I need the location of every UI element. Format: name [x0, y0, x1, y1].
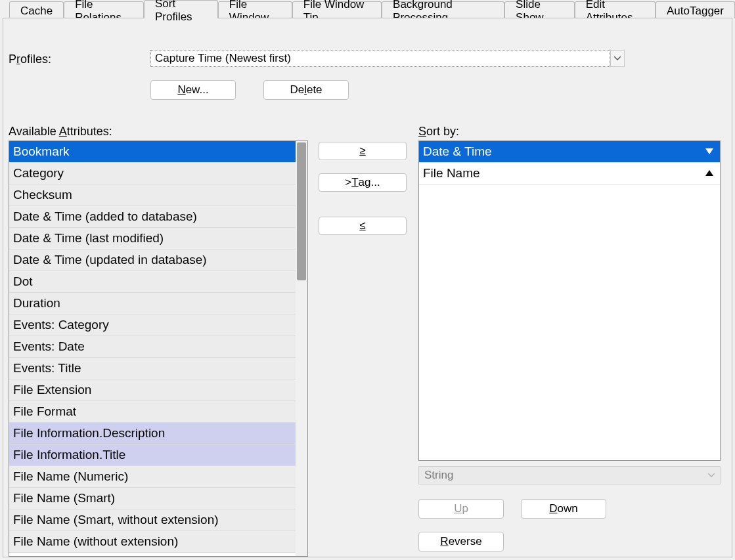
profile-select[interactable]: Capture Time (Newest first) — [150, 50, 610, 67]
profiles-label: Profiles: — [9, 53, 51, 66]
sort-by-list[interactable]: Date & TimeFile Name — [418, 140, 721, 461]
available-attributes-label: Available Attributes: — [9, 125, 112, 139]
list-item[interactable]: Date & Time — [419, 141, 720, 163]
tab-sort-profiles[interactable]: Sort Profiles — [144, 0, 218, 18]
list-item[interactable]: File Name (Smart) — [9, 488, 307, 509]
list-item[interactable]: File Information.Title — [9, 444, 307, 466]
list-item[interactable]: File Name (Smart, without extension) — [9, 509, 307, 531]
tab-autotagger[interactable]: AutoTagger — [656, 1, 735, 18]
down-button[interactable]: Down — [521, 499, 606, 519]
tab-file-window[interactable]: File Window — [218, 1, 292, 18]
list-item[interactable]: File Information.Description — [9, 423, 307, 444]
tab-file-window-tip[interactable]: File Window Tip — [292, 1, 382, 18]
list-item[interactable]: Date & Time (updated in database) — [9, 249, 307, 271]
reverse-button[interactable]: Reverse — [418, 532, 504, 551]
tab-bar: CacheFile RelationsSort ProfilesFile Win… — [0, 0, 735, 18]
list-item[interactable]: File Name (Numeric) — [9, 466, 307, 488]
list-item[interactable]: File Format — [9, 401, 307, 423]
tab-background-processing[interactable]: Background Processing — [382, 1, 504, 18]
type-value: String — [424, 469, 453, 482]
tab-edit-attributes[interactable]: Edit Attributes — [575, 1, 656, 18]
scrollbar[interactable] — [296, 141, 307, 556]
list-item[interactable]: Events: Category — [9, 314, 307, 336]
scrollbar-thumb[interactable] — [297, 142, 306, 280]
move-left-button[interactable]: ≤ — [319, 217, 407, 235]
triangle-down-icon — [705, 148, 713, 155]
panel-body: Profiles: Capture Time (Newest first) Ne… — [3, 18, 732, 557]
available-attributes-list[interactable]: BookmarkCategoryChecksumDate & Time (add… — [9, 140, 308, 557]
tab-cache[interactable]: Cache — [9, 1, 64, 18]
triangle-up-icon — [705, 170, 713, 177]
delete-button[interactable]: Delete — [263, 80, 349, 100]
list-item[interactable]: Category — [9, 163, 307, 184]
tag-button[interactable]: > Tag... — [319, 173, 407, 192]
list-item[interactable]: Bookmark — [9, 141, 307, 163]
move-right-button[interactable]: ≥ — [319, 142, 407, 160]
list-item[interactable]: Date & Time (last modified) — [9, 228, 307, 249]
list-item[interactable]: Events: Date — [9, 336, 307, 358]
tab-file-relations[interactable]: File Relations — [64, 1, 144, 18]
list-item[interactable]: Checksum — [9, 184, 307, 206]
type-select[interactable]: String — [418, 466, 721, 485]
list-item[interactable]: File Name — [419, 163, 720, 184]
list-item[interactable]: File Extension — [9, 379, 307, 401]
sort-by-label: Sort by: — [418, 125, 459, 139]
list-item[interactable]: Events: Title — [9, 358, 307, 379]
chevron-down-icon[interactable] — [610, 50, 625, 67]
list-item[interactable]: Duration — [9, 293, 307, 314]
list-item[interactable]: Date & Time (added to database) — [9, 206, 307, 228]
list-item[interactable]: Dot — [9, 271, 307, 293]
sort-profiles-panel: CacheFile RelationsSort ProfilesFile Win… — [0, 0, 735, 560]
up-button[interactable]: Up — [418, 499, 504, 519]
list-item[interactable]: File Name (without extension) — [9, 531, 307, 553]
new-button[interactable]: New... — [150, 80, 236, 100]
tab-slide-show[interactable]: Slide Show — [504, 1, 575, 18]
chevron-down-icon — [708, 473, 715, 477]
